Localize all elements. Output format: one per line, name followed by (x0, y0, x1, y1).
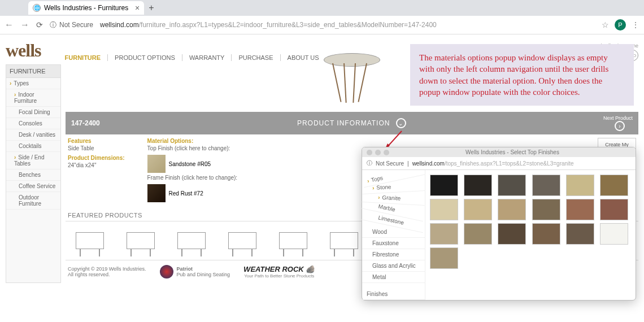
nav-warranty[interactable]: WARRANTY (182, 54, 232, 61)
frame-finish-link[interactable]: Frame Finish (click here to change): (147, 175, 238, 181)
color-swatch[interactable] (566, 223, 594, 245)
popup-security: Not Secure (376, 160, 404, 167)
product-info-bar: 147-2400 PRODUCT INFORMATION ⌄ Next Prod… (66, 112, 638, 134)
nav-product-options[interactable]: PRODUCT OPTIONS (107, 54, 182, 61)
annotation-callout: The materials options popup window displ… (410, 44, 634, 106)
color-swatch[interactable] (498, 223, 526, 245)
window-controls[interactable] (367, 150, 389, 155)
sidebar-item[interactable]: Side / End Tables (6, 152, 60, 169)
popup-sidebar: TopsStoneGraniteMarbleLimestoneWoodFauxs… (362, 170, 425, 300)
features-value: Side Table (68, 145, 125, 151)
color-swatch[interactable] (430, 175, 458, 196)
patriot-label: Patriot (177, 266, 230, 272)
top-finish-link[interactable]: Top Finish (click here to change): (147, 145, 238, 151)
new-tab-button[interactable]: + (149, 3, 154, 13)
top-nav: FURNITUREPRODUCT OPTIONSWARRANTYPURCHASE… (58, 54, 326, 61)
featured-item[interactable] (322, 226, 366, 255)
info-icon: ⓘ (50, 20, 56, 30)
color-swatch[interactable] (430, 199, 458, 220)
reload-button[interactable]: ⟳ (36, 20, 43, 29)
dimensions-label: Product Dimensions: (68, 155, 125, 161)
nav-purchase[interactable]: PURCHASE (231, 54, 280, 61)
featured-item[interactable] (119, 226, 163, 255)
chevron-down-icon[interactable]: ⌄ (396, 118, 406, 128)
url-field[interactable]: wellsind.com/furniture_info.aspx?L1=type… (100, 21, 595, 29)
security-indicator[interactable]: ⓘ Not Secure (50, 20, 93, 30)
swatch-grid (425, 170, 636, 300)
sidebar-item[interactable]: Desk / vanities (6, 129, 60, 141)
weather-rock-sub: Your Path to Better Stone Products (243, 273, 315, 279)
dimensions-value: 24"dia x24" (68, 162, 125, 168)
rights: All rights reserved. (68, 272, 146, 277)
back-button[interactable]: ← (5, 20, 14, 30)
color-swatch[interactable] (532, 199, 560, 220)
sidebar-item[interactable]: Benches (6, 169, 60, 181)
profile-avatar[interactable]: P (615, 19, 626, 31)
next-product-button[interactable]: Next Product › (603, 115, 633, 131)
weather-rock-logo: WEATHER ROCK 🪨 (243, 265, 315, 273)
popup-url[interactable]: wellsind.com/tops_finishes.aspx?L1=tops&… (412, 160, 574, 167)
featured-item[interactable] (169, 226, 214, 255)
featured-item[interactable] (220, 226, 264, 255)
sidebar-item[interactable]: Outdoor Furniture (6, 192, 60, 210)
color-swatch[interactable] (600, 199, 628, 220)
color-swatch[interactable] (430, 223, 458, 245)
color-swatch[interactable] (600, 223, 628, 245)
material-options-label: Material Options: (147, 138, 238, 144)
sidebar-item[interactable]: Indoor Furniture (6, 89, 60, 107)
browser-tab[interactable]: 🌐 Wells Industries - Furnitures × (28, 1, 144, 15)
nav-furniture[interactable]: FURNITURE (58, 54, 108, 61)
popup-side-item[interactable]: Metal (362, 272, 425, 283)
color-swatch[interactable] (532, 223, 560, 245)
globe-icon: 🌐 (33, 4, 41, 12)
color-swatch[interactable] (464, 223, 492, 245)
color-swatch[interactable] (430, 247, 458, 269)
sidebar-item[interactable]: Cocktails (6, 141, 60, 152)
color-swatch[interactable] (600, 175, 628, 196)
model-number: 147-2400 (71, 119, 100, 127)
close-icon[interactable]: × (135, 3, 140, 12)
sidebar-item[interactable]: Consoles (6, 118, 60, 129)
popup-finishes-link[interactable]: Finishes (362, 289, 425, 300)
popup-side-item[interactable]: Glass and Acrylic (362, 260, 425, 272)
color-swatch[interactable] (464, 199, 492, 220)
info-title: PRODUCT INFORMATION ⌄ (100, 118, 603, 128)
top-finish-name: Sandstone #R05 (169, 161, 211, 167)
menu-icon[interactable]: ⋮ (632, 20, 639, 29)
sidebar-title: FURNITURE (6, 65, 60, 78)
sidebar-item[interactable]: Types (6, 78, 60, 89)
popup-title: Wells Industries - Select Top Finishes (394, 149, 631, 155)
sidebar-item[interactable]: Coffee Service (6, 181, 60, 192)
site-logo[interactable]: wells (6, 40, 41, 61)
frame-finish-name: Red Rust #72 (169, 190, 203, 197)
popup-side-item[interactable]: Fibrestone (362, 249, 425, 260)
color-swatch[interactable] (566, 199, 594, 220)
top-finish-swatch[interactable] (147, 155, 166, 173)
color-swatch[interactable] (498, 175, 526, 196)
bookmark-icon[interactable]: ☆ (602, 20, 609, 29)
frame-finish-swatch[interactable] (147, 184, 166, 202)
patriot-sub: Pub and Dining Seating (177, 272, 230, 277)
color-swatch[interactable] (464, 175, 492, 196)
popup-side-item[interactable]: Fauxstone (362, 238, 425, 249)
color-swatch[interactable] (498, 199, 526, 220)
chevron-right-icon: › (615, 121, 625, 131)
forward-button[interactable]: → (20, 20, 29, 30)
address-bar: ← → ⟳ ⓘ Not Secure wellsind.com/furnitur… (0, 16, 644, 34)
color-swatch[interactable] (566, 175, 594, 196)
featured-item[interactable] (271, 226, 315, 255)
features-label: Features (68, 138, 125, 144)
tab-title: Wells Industries - Furnitures (44, 4, 128, 12)
materials-popup: Wells Industries - Select Top Finishes ⓘ… (362, 147, 636, 301)
annotation-text: The materials options popup window displ… (419, 52, 625, 98)
sidebar-item[interactable]: Focal Dining (6, 107, 60, 118)
tab-bar: 🌐 Wells Industries - Furnitures × + (0, 0, 644, 16)
left-sidebar: FURNITURE TypesIndoor FurnitureFocal Din… (6, 64, 61, 283)
info-icon: ⓘ (367, 159, 372, 167)
copyright: Copyright © 2019 Wells Industries. (68, 266, 146, 272)
patriot-icon (160, 265, 173, 279)
featured-item[interactable] (68, 226, 112, 255)
color-swatch[interactable] (532, 175, 560, 196)
